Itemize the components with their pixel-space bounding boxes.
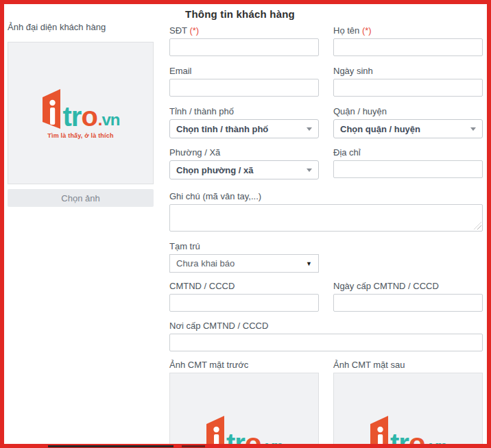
ward-label: Phường / Xã [169, 147, 319, 158]
note-label: Ghi chú (mã vân tay,...) [169, 191, 483, 202]
fullname-label: Họ tên (*) [333, 25, 483, 36]
id-place-label: Nơi cấp CMTND / CCCD [169, 321, 483, 332]
id-place-input[interactable] [169, 334, 483, 351]
id-number-input[interactable] [169, 294, 319, 312]
horizontal-scrollbar-thumb[interactable] [48, 445, 173, 447]
dob-input[interactable] [333, 79, 483, 97]
itro-logo: tr o . vn Tìm là thấy, ở là thích [369, 414, 447, 448]
itro-logo: tr o . vn Tìm là thấy, ở là thích [41, 88, 119, 139]
caret-down-icon [307, 169, 312, 172]
dob-label: Ngày sinh [333, 66, 483, 77]
ward-select[interactable]: Chọn phường / xã [169, 160, 319, 179]
logo-tagline: Tìm là thấy, ở là thích [47, 132, 113, 139]
customer-info-page: Thông tin khách hàng Ảnh đại diện khách … [0, 0, 491, 448]
required-mark: (*) [362, 25, 372, 36]
logo-text-tr: tr [62, 106, 81, 127]
note-textarea[interactable] [169, 204, 483, 232]
id-date-input[interactable] [333, 294, 483, 312]
residence-select[interactable]: Chưa khai báo ▼ [169, 254, 319, 273]
province-label: Tỉnh / thành phố [169, 106, 319, 117]
district-select[interactable]: Chọn quận / huyện [333, 119, 483, 138]
email-input[interactable] [169, 79, 319, 97]
logo-text-vn: vn [265, 440, 283, 448]
logo-text-o: o [245, 433, 261, 448]
id-front-label: Ảnh CMT mặt trước [169, 360, 319, 371]
id-back-photo-box[interactable]: tr o . vn Tìm là thấy, ở là thích [333, 373, 483, 448]
itro-logo: tr o . vn Tìm là thấy, ở là thích [205, 414, 283, 448]
id-number-label: CMTND / CCCD [169, 281, 319, 292]
phone-label: SĐT (*) [169, 25, 319, 36]
address-label: Địa chỉ [333, 147, 483, 158]
phone-input[interactable] [169, 38, 319, 56]
province-select[interactable]: Chọn tỉnh / thành phố [169, 119, 319, 138]
fullname-input[interactable] [333, 38, 483, 56]
logo-text-o: o [81, 106, 97, 127]
residence-label: Tạm trú [169, 241, 483, 252]
itro-door-icon [205, 414, 226, 448]
logo-text-vn: vn [429, 440, 447, 448]
address-input[interactable] [333, 160, 483, 178]
logo-text-vn: vn [101, 113, 119, 127]
avatar-section: Ảnh đại diện khách hàng tr o . vn Tìm là… [8, 22, 154, 207]
caret-down-icon [470, 127, 476, 131]
itro-door-icon [41, 88, 62, 130]
horizontal-scrollbar-fragment [182, 445, 205, 447]
id-back-label: Ảnh CMT mặt sau [333, 360, 483, 371]
page-title: Thông tin khách hàng [0, 8, 480, 20]
itro-door-icon [369, 414, 390, 448]
choose-photo-button[interactable]: Chọn ảnh [8, 189, 154, 207]
avatar-label: Ảnh đại diện khách hàng [8, 22, 154, 33]
logo-text-o: o [409, 433, 424, 448]
customer-form: SĐT (*) Họ tên (*) Email Ngày sinh Tỉnh … [169, 25, 483, 448]
required-mark: (*) [189, 25, 199, 36]
caret-down-icon: ▼ [306, 260, 312, 267]
email-label: Email [169, 66, 319, 77]
logo-text-tr: tr [390, 433, 409, 448]
avatar-preview: tr o . vn Tìm là thấy, ở là thích [8, 42, 154, 184]
caret-down-icon [307, 127, 312, 131]
district-label: Quận / huyện [333, 106, 483, 117]
id-date-label: Ngày cấp CMTND / CCCD [333, 281, 483, 292]
id-front-photo-box[interactable]: tr o . vn Tìm là thấy, ở là thích [169, 373, 319, 448]
logo-text-tr: tr [226, 433, 245, 448]
